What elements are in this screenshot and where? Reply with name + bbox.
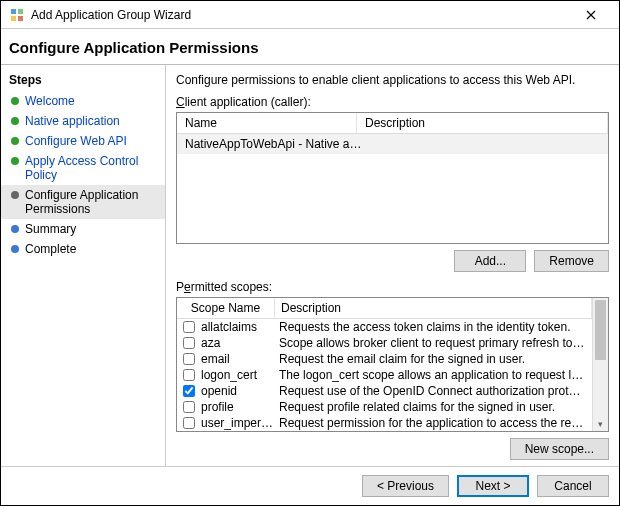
scope-description: Request profile related claims for the s… (279, 400, 586, 414)
step-configure-web-api[interactable]: Configure Web API (1, 131, 165, 151)
add-button[interactable]: Add... (454, 250, 526, 272)
scope-description: Request use of the OpenID Connect author… (279, 384, 586, 398)
window-title: Add Application Group Wizard (31, 8, 571, 22)
scope-row[interactable]: user_imperso...Request permission for th… (177, 415, 592, 431)
client-row-name: NativeAppToWebApi - Native applicati... (185, 137, 365, 151)
step-bullet-icon (11, 97, 19, 105)
scope-name: email (201, 352, 279, 366)
permitted-scopes-label: Permitted scopes: (176, 280, 609, 294)
client-row[interactable]: NativeAppToWebApi - Native applicati... (177, 134, 608, 154)
scope-description: Scope allows broker client to request pr… (279, 336, 586, 350)
step-configure-application-permissions[interactable]: Configure Application Permissions (1, 185, 165, 219)
client-buttons: Add... Remove (176, 250, 609, 272)
column-scope-description[interactable]: Description (275, 298, 592, 318)
client-application-list[interactable]: Name Description NativeAppToWebApi - Nat… (176, 112, 609, 244)
scope-description: The logon_cert scope allows an applicati… (279, 368, 586, 382)
step-label: Welcome (25, 94, 75, 108)
scope-checkbox[interactable] (183, 401, 195, 413)
scope-checkbox[interactable] (183, 321, 195, 333)
step-bullet-icon (11, 245, 19, 253)
client-list-header: Name Description (177, 113, 608, 134)
column-scope-name[interactable]: Scope Name (177, 298, 275, 318)
step-bullet-icon (11, 137, 19, 145)
step-bullet-icon (11, 225, 19, 233)
step-apply-access-control-policy[interactable]: Apply Access Control Policy (1, 151, 165, 185)
step-label: Configure Application Permissions (25, 188, 157, 216)
step-complete[interactable]: Complete (1, 239, 165, 259)
svg-rect-2 (11, 16, 16, 21)
wizard-window: Add Application Group Wizard Configure A… (0, 0, 620, 506)
scope-name: profile (201, 400, 279, 414)
instruction-text: Configure permissions to enable client a… (176, 73, 609, 87)
scope-name: logon_cert (201, 368, 279, 382)
new-scope-button[interactable]: New scope... (510, 438, 609, 460)
column-name[interactable]: Name (177, 113, 357, 133)
main-content: Configure permissions to enable client a… (166, 65, 619, 466)
titlebar: Add Application Group Wizard (1, 1, 619, 29)
svg-rect-1 (18, 9, 23, 14)
scope-description: Request the email claim for the signed i… (279, 352, 586, 366)
step-label: Complete (25, 242, 76, 256)
step-label: Apply Access Control Policy (25, 154, 157, 182)
scope-name: aza (201, 336, 279, 350)
step-label: Configure Web API (25, 134, 127, 148)
steps-sidebar: Steps Welcome Native application Configu… (1, 65, 166, 466)
scope-name: openid (201, 384, 279, 398)
scope-row[interactable]: openidRequest use of the OpenID Connect … (177, 383, 592, 399)
step-summary[interactable]: Summary (1, 219, 165, 239)
scope-checkbox[interactable] (183, 385, 195, 397)
scope-row[interactable]: profileRequest profile related claims fo… (177, 399, 592, 415)
scopes-body: allatclaimsRequests the access token cla… (177, 319, 592, 431)
scope-description: Request permission for the application t… (279, 416, 586, 430)
column-description[interactable]: Description (357, 113, 608, 133)
svg-rect-0 (11, 9, 16, 14)
step-bullet-icon (11, 157, 19, 165)
client-application-label: Client application (caller): (176, 95, 609, 109)
scope-checkbox[interactable] (183, 417, 195, 429)
scope-description: Requests the access token claims in the … (279, 320, 586, 334)
step-welcome[interactable]: Welcome (1, 91, 165, 111)
svg-rect-3 (18, 16, 23, 21)
step-native-application[interactable]: Native application (1, 111, 165, 131)
scope-checkbox[interactable] (183, 337, 195, 349)
body: Steps Welcome Native application Configu… (1, 65, 619, 466)
scopes-buttons: New scope... (176, 438, 609, 460)
client-row-description (365, 137, 600, 151)
scope-row[interactable]: emailRequest the email claim for the sig… (177, 351, 592, 367)
remove-button[interactable]: Remove (534, 250, 609, 272)
scope-name: allatclaims (201, 320, 279, 334)
permitted-scopes-list[interactable]: Scope Name Description allatclaimsReques… (176, 297, 609, 432)
scope-name: user_imperso... (201, 416, 279, 430)
scroll-thumb[interactable] (595, 300, 606, 360)
scopes-header: Scope Name Description (177, 298, 592, 319)
cancel-button[interactable]: Cancel (537, 475, 609, 497)
client-list-body: NativeAppToWebApi - Native applicati... (177, 134, 608, 243)
page-title: Configure Application Permissions (9, 39, 607, 56)
step-bullet-icon (11, 117, 19, 125)
next-button[interactable]: Next > (457, 475, 529, 497)
page-header: Configure Application Permissions (1, 29, 619, 65)
scope-row[interactable]: azaScope allows broker client to request… (177, 335, 592, 351)
previous-button[interactable]: < Previous (362, 475, 449, 497)
scope-checkbox[interactable] (183, 353, 195, 365)
step-bullet-icon (11, 191, 19, 199)
close-button[interactable] (571, 1, 611, 29)
scopes-scrollbar[interactable]: ▾ (592, 298, 608, 431)
scroll-down-icon[interactable]: ▾ (593, 417, 608, 431)
step-label: Summary (25, 222, 76, 236)
step-label: Native application (25, 114, 120, 128)
wizard-footer: < Previous Next > Cancel (1, 466, 619, 505)
app-icon (9, 7, 25, 23)
scope-row[interactable]: logon_certThe logon_cert scope allows an… (177, 367, 592, 383)
scope-row[interactable]: allatclaimsRequests the access token cla… (177, 319, 592, 335)
steps-heading: Steps (1, 71, 165, 91)
scope-checkbox[interactable] (183, 369, 195, 381)
